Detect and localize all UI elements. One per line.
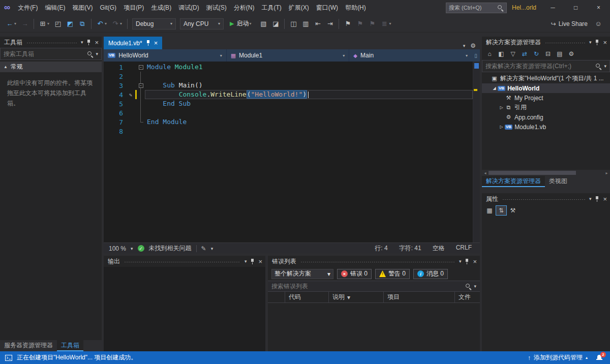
error-list-body[interactable] (268, 303, 480, 351)
drag-grip[interactable] (502, 198, 585, 200)
editor-vertical-scrollbar[interactable] (473, 62, 480, 242)
menu-item[interactable]: 调试(D) (175, 0, 203, 15)
solution-panel-tab[interactable]: 类视图 (545, 176, 571, 187)
close-icon[interactable]: × (258, 258, 262, 265)
solution-horizontal-scrollbar[interactable]: ◂ ▸ (482, 170, 610, 176)
line-number[interactable]: 8 (104, 128, 126, 135)
drag-grip[interactable] (545, 41, 585, 44)
pin-icon[interactable] (86, 39, 91, 46)
feedback-icon[interactable]: ☺ (593, 18, 604, 30)
window-position-chevron-icon[interactable]: ▾ (81, 40, 83, 45)
indent-decrease-icon[interactable]: ⇤ (312, 18, 323, 30)
solution-configuration-dropdown[interactable]: Debug▾ (132, 18, 176, 29)
collapse-all-icon[interactable]: ⊟ (542, 49, 554, 59)
quick-actions-icon[interactable]: ✎ (126, 92, 135, 98)
drag-grip[interactable] (26, 41, 77, 44)
undo-icon[interactable]: ↶ (95, 18, 106, 30)
tree-expander-icon[interactable]: ◢ (491, 86, 498, 90)
solution-panel-tab[interactable]: 解决方案资源管理器 (482, 176, 545, 187)
code-cleanup-icon[interactable]: ✎ (201, 245, 206, 252)
column-indicator[interactable]: 字符: 41 (399, 244, 421, 253)
solution-platform-dropdown[interactable]: Any CPU▾ (180, 18, 224, 29)
scroll-left-icon[interactable]: ◂ (482, 171, 489, 175)
menu-item[interactable]: 编辑(E) (41, 0, 69, 15)
column-header[interactable]: 说明▾ (329, 292, 384, 302)
close-icon[interactable]: × (95, 39, 99, 46)
pin-icon[interactable] (595, 196, 599, 202)
window-position-chevron-icon[interactable]: ▾ (459, 259, 462, 264)
scrollbar-thumb[interactable] (489, 171, 576, 175)
split-editor-icon[interactable]: ▯ (472, 49, 480, 62)
menu-item[interactable]: 工具(T) (258, 0, 285, 15)
categorized-icon[interactable]: ▦ (484, 205, 495, 216)
notifications-button[interactable]: 2 (596, 354, 603, 361)
save-icon[interactable]: ◩ (65, 18, 76, 30)
pin-icon[interactable] (146, 40, 150, 46)
fold-margin[interactable] (137, 90, 145, 99)
document-tab[interactable]: Module1.vb* × (104, 37, 162, 49)
search-options-chevron-icon[interactable]: ▾ (604, 64, 606, 69)
maximize-button[interactable]: □ (564, 0, 587, 15)
document-health-icon[interactable]: ✓ (138, 245, 144, 252)
project-dropdown[interactable]: VB HelloWorld ▾ (104, 49, 227, 62)
pending-changes-filter-icon[interactable]: ▽ (507, 49, 518, 59)
start-button[interactable]: ▶启动▾ (226, 18, 257, 30)
document-well-settings-icon[interactable]: ⚙ (470, 42, 476, 49)
switch-views-icon[interactable]: ◧ (496, 49, 507, 59)
menu-item[interactable]: 分析(N) (230, 0, 258, 15)
close-icon[interactable]: × (473, 258, 477, 265)
column-filter-icon[interactable]: ▾ (347, 294, 350, 301)
menu-item[interactable]: 生成(B) (147, 0, 175, 15)
fold-margin[interactable] (137, 99, 145, 108)
properties-body[interactable] (482, 217, 610, 351)
line-number[interactable]: 4 (104, 91, 126, 99)
column-header[interactable] (268, 292, 285, 302)
line-number[interactable]: 2 (104, 73, 126, 80)
menu-item[interactable]: Git(G) (96, 0, 120, 15)
redo-icon[interactable]: ↷ (110, 18, 121, 30)
error-list-search-input[interactable]: 搜索错误列表 ▾ (268, 281, 480, 292)
close-icon[interactable]: × (603, 196, 607, 202)
redo-icon-chevron[interactable]: ▾ (120, 21, 124, 26)
column-header[interactable]: 项目 (384, 292, 455, 302)
tree-item[interactable]: ◢VBHelloWorld (482, 83, 610, 93)
line-number[interactable]: 3 (104, 82, 126, 89)
tree-item[interactable]: ⚒My Project (482, 93, 610, 103)
property-pages-icon[interactable]: ⚒ (507, 205, 518, 216)
toolbox-section-general[interactable]: ▲ 常规 (0, 62, 102, 72)
find-in-files-icon[interactable]: ◫ (288, 18, 299, 30)
alphabetical-icon[interactable]: ⇅ (496, 205, 507, 216)
save-all-icon[interactable]: ⧉ (77, 18, 88, 30)
menu-item[interactable]: 扩展(X) (285, 0, 313, 15)
window-position-chevron-icon[interactable]: ▾ (589, 40, 592, 45)
menu-item[interactable]: 文件(F) (14, 0, 41, 15)
line-number[interactable]: 1 (104, 64, 126, 71)
line-indicator[interactable]: 行: 4 (375, 244, 387, 253)
window-position-chevron-icon[interactable]: ▾ (589, 196, 592, 201)
line-number[interactable]: 6 (104, 109, 126, 117)
error-scope-dropdown[interactable]: 整个解决方案 ▾ (271, 269, 333, 279)
sync-with-active-document-icon[interactable]: ⇄ (519, 49, 530, 59)
solution-search-input[interactable]: 搜索解决方案资源管理器(Ctrl+;) ▾ (482, 60, 610, 72)
tree-item[interactable]: ▣解决方案"HelloWorld"(1 个项目/共 1 ... (482, 74, 610, 83)
drag-grip[interactable] (124, 260, 240, 263)
navigate-forward-icon[interactable]: → (19, 18, 30, 30)
spaces-indicator[interactable]: 空格 (433, 244, 445, 253)
tab-list-chevron-icon[interactable]: ▾ (463, 43, 466, 48)
search-options-chevron-icon[interactable]: ▾ (474, 284, 476, 289)
indent-increase-icon[interactable]: ⇥ (324, 18, 336, 30)
zoom-level-dropdown[interactable]: 100 % (109, 245, 126, 252)
output-content[interactable] (104, 267, 265, 351)
fold-margin[interactable] (137, 127, 145, 136)
toolbar-overflow-icon[interactable]: ≣ (379, 18, 390, 30)
close-icon[interactable]: × (154, 40, 158, 46)
add-to-source-control-button[interactable]: ↑ 添加到源代码管理 ▴ (528, 353, 588, 362)
undo-icon-chevron[interactable]: ▾ (105, 21, 109, 26)
attach-to-process-icon[interactable]: ▧ (258, 18, 269, 30)
warning-filter-button[interactable]: !警告 0 (375, 269, 410, 279)
code-editor[interactable]: 1-Module Module123- Sub Main()4✎ Console… (104, 62, 480, 242)
tree-expander-icon[interactable]: ▷ (498, 125, 505, 129)
toolbar-overflow-icon-chevron[interactable]: ▾ (389, 21, 393, 26)
menu-item[interactable]: 帮助(H) (342, 0, 370, 15)
search-options-chevron-icon[interactable]: ▾ (96, 51, 98, 56)
